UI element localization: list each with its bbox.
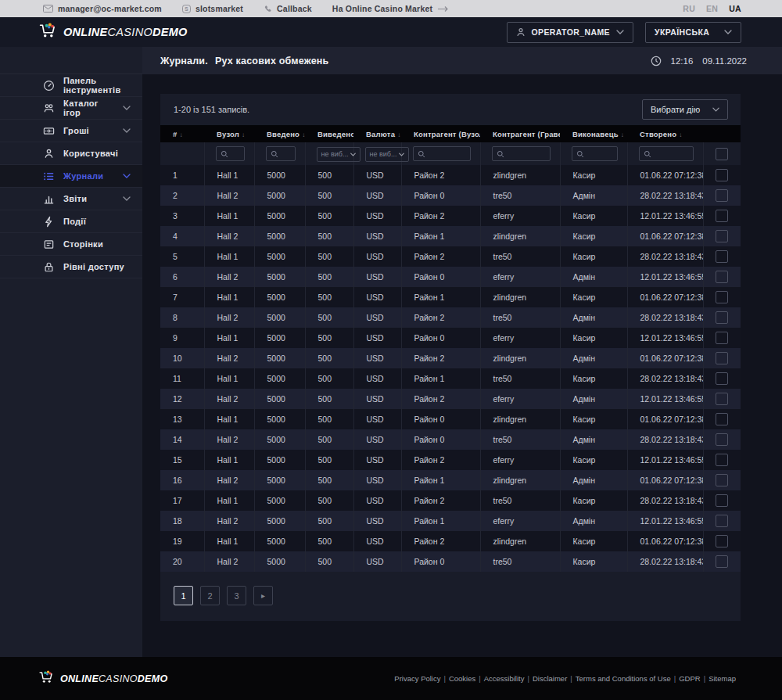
row-checkbox[interactable] [716,555,728,568]
row-checkbox[interactable] [716,271,728,283]
market-link[interactable]: На Online Casino Market [332,4,449,13]
row-checkbox[interactable] [716,494,728,507]
column-header-label: Виведено [317,130,353,138]
cell-num: 2 [160,185,204,206]
row-checkbox[interactable] [716,332,728,344]
table-row: 4Hall 25000500USDРайон 1zlindgrenКасир01… [160,226,741,246]
footer-link[interactable]: Cookies [446,674,479,683]
column-header-num[interactable]: #↓ [160,125,204,142]
footer-link[interactable]: Accessibility [481,674,528,683]
cell-counterparty-player: eferry [480,328,560,348]
row-checkbox[interactable] [716,393,728,405]
row-checkbox[interactable] [716,535,728,547]
cell-deposited: 5000 [254,389,305,409]
footer-logo[interactable]: ONLINECASINODEMO [38,669,167,688]
table-row: 3Hall 15000500USDРайон 2eferryКасир12.01… [160,206,741,226]
cell-withdrawn: 500 [305,348,353,368]
deposited-filter-searchbox [266,146,296,161]
row-checkbox[interactable] [716,474,728,486]
cell-select [703,328,741,348]
cell-counterparty-node: Район 2 [401,307,480,328]
app-logo[interactable]: ONLINECASINODEMO [38,22,188,43]
callback-link[interactable]: Callback [264,4,312,13]
language-ru[interactable]: RU [683,4,695,13]
row-checkbox[interactable] [716,372,728,385]
row-checkbox[interactable] [716,515,728,527]
cell-executor: Касир [560,206,627,226]
footer-link[interactable]: Terms and Conditions of Use [572,674,674,683]
row-checkbox[interactable] [716,352,728,364]
select-all-checkbox[interactable] [716,148,728,160]
records-info: 1-20 із 151 записів. [174,105,249,114]
cart-logo-icon [38,22,59,43]
column-header-counterparty-node[interactable]: Контрагент (Вузол)↓ [401,125,480,142]
language-select[interactable]: УКРАЇНСЬКА [645,22,741,43]
row-checkbox[interactable] [716,413,728,425]
language-ua[interactable]: UA [729,4,741,13]
manager-email-link[interactable]: manager@oc-market.com [43,4,162,13]
row-checkbox[interactable] [716,291,728,303]
sidebar-item-journals[interactable]: Журнали [0,165,142,188]
cell-withdrawn: 500 [305,490,353,511]
row-checkbox[interactable] [716,169,728,181]
sidebar-item-access-levels[interactable]: Рівні доступу [0,256,142,278]
sidebar-item-pages[interactable]: Сторінки [0,233,142,256]
row-checkbox[interactable] [716,250,728,263]
counterparty-node-filter-input[interactable] [429,149,466,158]
footer-link[interactable]: Disclaimer [529,674,570,683]
table-row: 7Hall 15000500USDРайон 1zlindgrenКасир01… [160,287,741,307]
footer-link[interactable]: Sitemap [705,674,739,683]
journal-card: 1-20 із 151 записів. Вибрати дію #↓Вузол… [160,94,741,621]
column-header-deposited[interactable]: Введено↓ [254,125,305,142]
cell-executor: Адмін [560,307,627,328]
cell-created: 12.01.22 13:46:55 [627,206,703,226]
counterparty-player-filter-input[interactable] [508,149,546,158]
sidebar-item-money[interactable]: Гроші [0,120,142,142]
table-row: 11Hall 15000500USDРайон 1tre50Касир28.02… [160,368,741,389]
cell-select [703,450,741,470]
skype-link[interactable]: S slotsmarket [182,4,243,13]
node-filter-input[interactable] [231,149,240,158]
row-checkbox[interactable] [716,433,728,446]
row-checkbox[interactable] [716,454,728,466]
logo-text: ONLINECASINODEMO [60,673,167,684]
cell-currency: USD [353,348,401,368]
sidebar-item-events[interactable]: Події [0,210,142,233]
page-button-2[interactable]: 2 [200,586,220,605]
sidebar-item-users[interactable]: Користувачі [0,142,142,165]
sidebar-item-dashboard[interactable]: Панель інструментів [0,74,142,97]
sidebar-item-reports[interactable]: Звіти [0,188,142,210]
column-header-counterparty-player[interactable]: Контрагент (Гравець)↓ [480,125,560,142]
chevron-down-icon [712,107,719,112]
chevron-down-icon [123,196,131,201]
created-filter-input[interactable] [655,149,689,158]
page-button-3[interactable]: 3 [227,586,246,605]
operator-select[interactable]: OPERATOR_NAME [507,22,634,43]
deposited-filter-input[interactable] [282,149,291,158]
column-header-executor[interactable]: Виконавець↓ [560,125,627,142]
row-checkbox[interactable] [716,230,728,242]
next-page-button[interactable]: ▸ [253,586,273,605]
cell-counterparty-node: Район 2 [401,389,480,409]
currency-filter-select[interactable]: не виб... [365,147,410,162]
page-button-1[interactable]: 1 [174,586,193,605]
column-header-created[interactable]: Створено↓ [627,125,703,142]
footer-link[interactable]: Privacy Policy [391,674,443,683]
row-checkbox[interactable] [716,189,728,202]
column-header-currency[interactable]: Валюта↓ [353,125,401,142]
page-title: Журнали. Рух касових обмежень [160,56,329,66]
cell-currency: USD [353,511,401,531]
cell-node: Hall 1 [204,165,254,185]
cell-created: 12.01.22 13:46:55 [627,389,703,409]
column-header-node[interactable]: Вузол↓ [204,125,254,142]
cell-withdrawn: 500 [305,389,353,409]
column-header-withdrawn[interactable]: Виведено↓ [305,125,353,142]
action-select[interactable]: Вибрати дію [642,99,728,120]
footer-link[interactable]: GDPR [676,674,703,683]
row-checkbox[interactable] [716,311,728,324]
sidebar-item-game-catalog[interactable]: Каталог ігор [0,97,142,120]
language-en[interactable]: EN [706,4,718,13]
executor-filter-input[interactable] [587,149,613,158]
cell-currency: USD [353,429,401,450]
row-checkbox[interactable] [716,210,728,222]
